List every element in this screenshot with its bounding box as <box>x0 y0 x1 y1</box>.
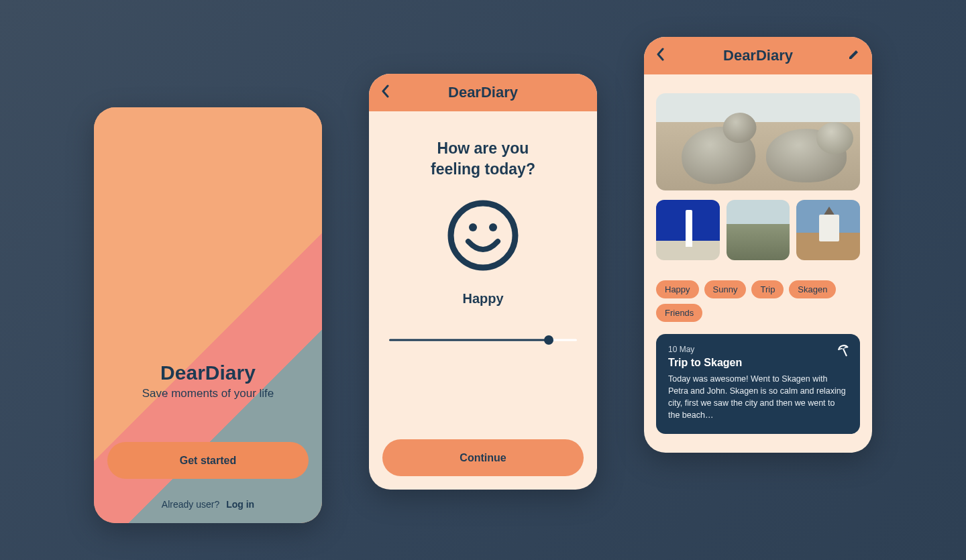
slider-fill <box>389 339 549 341</box>
tag-row: Happy Sunny Trip Skagen Friends <box>656 280 860 322</box>
tag-friends[interactable]: Friends <box>656 304 702 322</box>
get-started-button[interactable]: Get started <box>107 442 309 479</box>
login-link[interactable]: Log in <box>226 499 254 510</box>
mood-question-line2: feeling today? <box>431 160 535 178</box>
entry-title: Trip to Skagen <box>668 357 848 369</box>
smiley-icon <box>446 199 520 275</box>
mood-label: Happy <box>462 291 503 306</box>
chevron-left-icon <box>381 85 390 98</box>
tag-skagen[interactable]: Skagen <box>789 280 836 298</box>
photo-thumbnails <box>656 200 860 260</box>
seal-right <box>766 129 847 182</box>
continue-label: Continue <box>460 452 506 464</box>
mood-question-line1: How are you <box>437 139 529 157</box>
get-started-label: Get started <box>180 455 236 467</box>
app-subtitle: Save moments of your life <box>142 387 274 400</box>
app-topbar: DearDiary <box>369 74 597 111</box>
mood-question: How are you feeling today? <box>431 138 535 180</box>
slider-thumb[interactable] <box>544 335 553 345</box>
back-button[interactable] <box>656 48 665 64</box>
diary-entry-card[interactable]: 10 May Trip to Skagen Today was awesome!… <box>656 334 860 434</box>
thumbnail-church[interactable] <box>796 200 860 260</box>
mood-screen: DearDiary How are you feeling today? Hap… <box>369 74 597 490</box>
pencil-icon <box>848 48 860 60</box>
beach-umbrella-icon <box>836 343 851 361</box>
app-title: DearDiary <box>160 361 256 384</box>
mood-slider[interactable] <box>389 333 577 347</box>
topbar-title: DearDiary <box>448 84 518 101</box>
edit-button[interactable] <box>848 48 860 63</box>
diary-entry-screen: DearDiary Happy Sunny Trip Skagen Friend… <box>644 37 872 453</box>
back-button[interactable] <box>381 85 390 101</box>
tag-happy[interactable]: Happy <box>656 280 699 298</box>
thumbnail-lighthouse[interactable] <box>656 200 720 260</box>
chevron-left-icon <box>656 48 665 61</box>
thumbnail-dunes[interactable] <box>727 200 790 260</box>
svg-point-0 <box>451 203 515 268</box>
entry-date: 10 May <box>668 345 848 354</box>
svg-point-1 <box>469 223 477 231</box>
login-prompt: Already user? <box>162 499 219 510</box>
seal-left <box>680 123 758 186</box>
hero-photo[interactable] <box>656 93 860 190</box>
svg-point-2 <box>489 223 497 231</box>
topbar-title: DearDiary <box>723 47 793 64</box>
tag-trip[interactable]: Trip <box>751 280 784 298</box>
welcome-screen: DearDiary Save moments of your life Get … <box>94 107 322 523</box>
app-topbar: DearDiary <box>644 37 872 74</box>
continue-button[interactable]: Continue <box>382 439 584 476</box>
svg-line-3 <box>843 349 847 356</box>
tag-sunny[interactable]: Sunny <box>704 280 747 298</box>
entry-text: Today was awesome! Went to Skagen with P… <box>668 373 848 422</box>
login-row: Already user? Log in <box>162 499 254 510</box>
